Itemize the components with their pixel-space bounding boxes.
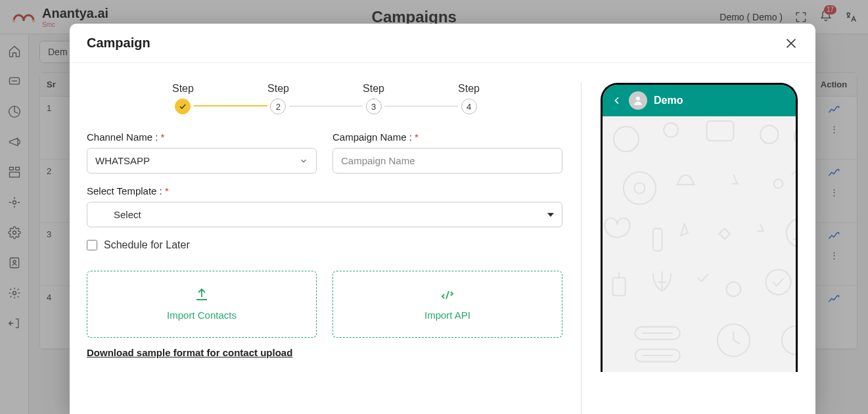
svg-point-12 bbox=[614, 126, 639, 151]
caret-down-icon bbox=[547, 213, 554, 217]
svg-point-19 bbox=[774, 179, 783, 189]
svg-rect-23 bbox=[613, 277, 626, 295]
import-api-button[interactable]: Import API bbox=[332, 271, 562, 338]
svg-point-11 bbox=[636, 97, 640, 101]
phone-contact-name: Demo bbox=[654, 95, 683, 106]
svg-point-21 bbox=[787, 219, 796, 248]
template-label: Select Template : * bbox=[87, 185, 562, 196]
svg-rect-14 bbox=[707, 121, 734, 141]
campaign-name-input[interactable] bbox=[332, 148, 562, 173]
svg-point-17 bbox=[624, 172, 656, 204]
svg-point-28 bbox=[782, 326, 796, 355]
modal-title: Campaign bbox=[87, 35, 150, 51]
campaign-modal: Campaign Step Step 2 Step 3 Step 4 Chann… bbox=[70, 24, 815, 414]
svg-rect-20 bbox=[653, 229, 662, 251]
svg-point-18 bbox=[634, 183, 645, 193]
svg-point-24 bbox=[765, 269, 790, 294]
api-icon bbox=[440, 287, 455, 303]
download-sample-link[interactable]: Download sample format for contact uploa… bbox=[87, 347, 292, 358]
step-2-dot[interactable]: 2 bbox=[270, 99, 286, 114]
channel-select[interactable]: WHATSAPP bbox=[87, 148, 317, 173]
template-select[interactable]: Select bbox=[87, 202, 562, 227]
phone-preview: Demo bbox=[601, 83, 798, 372]
campaign-name-label: Campaign Name : * bbox=[332, 131, 562, 143]
avatar bbox=[629, 91, 647, 110]
phone-back-icon bbox=[612, 95, 622, 106]
whatsapp-doodle-bg bbox=[603, 116, 796, 372]
import-contacts-button[interactable]: Import Contacts bbox=[87, 271, 317, 338]
chevron-down-icon bbox=[299, 156, 308, 166]
schedule-label: Schedule for Later bbox=[104, 239, 190, 251]
stepper: Step Step 2 Step 3 Step 4 bbox=[87, 83, 562, 114]
step-4-dot[interactable]: 4 bbox=[461, 99, 477, 114]
close-icon[interactable] bbox=[784, 36, 798, 51]
schedule-checkbox[interactable] bbox=[87, 240, 97, 250]
svg-point-13 bbox=[664, 123, 678, 137]
svg-point-15 bbox=[760, 126, 778, 143]
step-3-dot[interactable]: 3 bbox=[366, 99, 382, 114]
step-1-dot[interactable] bbox=[175, 99, 191, 114]
channel-label: Channel Name : * bbox=[87, 131, 317, 143]
upload-icon bbox=[194, 287, 210, 303]
